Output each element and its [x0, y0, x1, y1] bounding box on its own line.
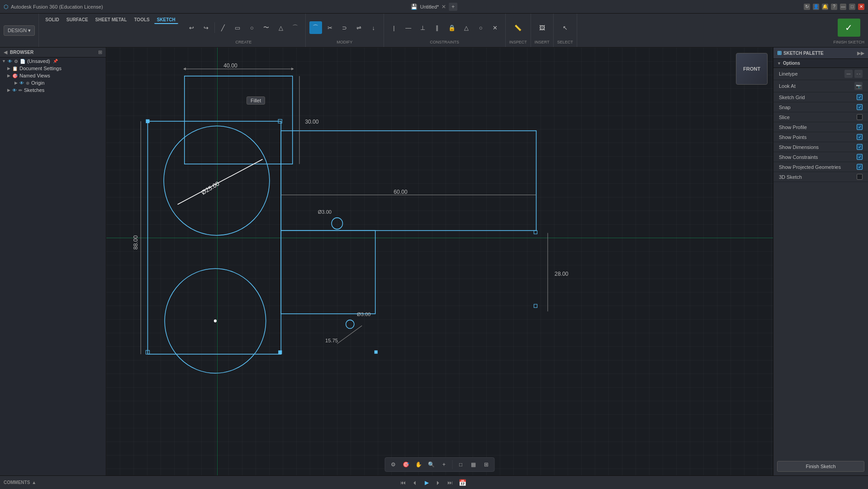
linetype-solid-btn[interactable]: — — [844, 70, 853, 78]
canvas-area[interactable]: Fillet Ø25.00 — [106, 48, 773, 475]
finish-sketch-palette-btn[interactable]: Finish Sketch — [777, 461, 864, 472]
sketch-grid-checkbox[interactable]: ✓ — [857, 94, 863, 100]
mirror-button[interactable]: ⇌ — [353, 21, 365, 34]
constraint-parallel[interactable]: ∥ — [431, 21, 444, 34]
show-proj-geom-checkbox[interactable]: ✓ — [857, 164, 863, 170]
show-profile-checkbox[interactable]: ✓ — [857, 124, 863, 130]
design-dropdown[interactable]: DESIGN ▾ — [4, 25, 35, 36]
named-views-icon: 🎯 — [12, 73, 18, 78]
inspect-measure[interactable]: 📏 — [512, 21, 524, 34]
user-button[interactable]: 👤 — [813, 4, 819, 10]
tab-surface[interactable]: SURFACE — [64, 16, 91, 23]
linetype-label: Linetype — [779, 71, 798, 77]
browser-item-named-views[interactable]: ▶ 🎯 Named Views — [0, 72, 106, 79]
arrow-right-icon4: ▶ — [7, 88, 10, 92]
tab-solid[interactable]: SOLID — [43, 16, 62, 23]
arrow-right-icon2: ▶ — [7, 73, 10, 78]
comments-expand-icon[interactable]: ▲ — [32, 480, 36, 485]
arc-button[interactable]: ⌒ — [289, 21, 302, 34]
browser-item-origin[interactable]: ▶ 👁 ⊕ Origin — [0, 79, 106, 86]
help-button[interactable]: ? — [831, 4, 837, 10]
maximize-button[interactable]: □ — [849, 4, 855, 10]
browser-item-sketches[interactable]: ▶ 👁 ✏ Sketches — [0, 86, 106, 94]
close-doc-icon[interactable]: ✕ — [441, 4, 446, 10]
tab-sketch[interactable]: SKETCH — [154, 16, 178, 24]
tab-tools[interactable]: TOOLS — [131, 16, 152, 23]
palette-options-section[interactable]: ▼ Options — [773, 59, 868, 68]
polygon-button[interactable]: △ — [275, 21, 287, 34]
canvas-overlay-btn[interactable]: ⊞ — [481, 459, 492, 470]
canvas-grid-btn[interactable]: ▦ — [468, 459, 479, 470]
3d-sketch-checkbox[interactable] — [857, 174, 863, 180]
constraint-lock[interactable]: 🔒 — [446, 21, 458, 34]
canvas-bottom-toolbar: ⚙ 🎯 ✋ 🔍 + □ ▦ ⊞ — [385, 457, 495, 472]
svg-rect-1 — [185, 76, 293, 164]
nav-next-btn[interactable]: ⏵ — [433, 478, 443, 488]
snap-label: Snap — [779, 105, 791, 110]
browser-options-icon[interactable]: ⊞ — [98, 49, 102, 55]
browser-item-root[interactable]: ▼ 👁 ⚙ 📄 (Unsaved) 📌 — [0, 58, 106, 65]
nav-first-btn[interactable]: ⏮ — [398, 478, 408, 488]
constraint-fix[interactable]: | — [388, 21, 400, 34]
line-button[interactable]: ╱ — [217, 21, 229, 34]
nav-last-btn[interactable]: ⏭ — [445, 478, 455, 488]
show-constraints-checkbox[interactable]: ✓ — [857, 154, 863, 160]
linetype-dashed-btn[interactable]: - - — [854, 70, 863, 78]
tab-sheet-metal[interactable]: SHEET METAL — [93, 16, 130, 23]
palette-collapse-icon[interactable]: ▶▶ — [857, 51, 864, 56]
rect-button[interactable]: ▭ — [231, 21, 244, 34]
close-button[interactable]: ✕ — [858, 4, 864, 10]
redo-button[interactable]: ↪ — [200, 21, 213, 34]
fillet-tooltip: Fillet — [247, 96, 265, 105]
timeline-icon: 📅 — [459, 479, 466, 486]
canvas-pan-btn[interactable]: ✋ — [413, 459, 424, 470]
constraint-horiz[interactable]: — — [402, 21, 415, 34]
lookat-btn[interactable]: 📷 — [854, 82, 863, 90]
circle-button[interactable]: ○ — [246, 21, 258, 34]
constraint-tangent[interactable]: ○ — [474, 21, 487, 34]
sketch-palette: ⊞ SKETCH PALETTE ▶▶ ▼ Options Linetype —… — [773, 48, 868, 475]
canvas-settings-btn[interactable]: ⚙ — [388, 459, 399, 470]
svg-rect-19 — [278, 350, 282, 354]
browser-collapse-icon[interactable]: ◀ — [4, 49, 7, 55]
main-toolbar: DESIGN ▾ SOLID SURFACE SHEET METAL TOOLS… — [0, 14, 868, 48]
canvas-zoom-btn[interactable]: 🔍 — [426, 459, 437, 470]
palette-title: SKETCH PALETTE — [783, 51, 824, 56]
canvas-frame-btn[interactable]: □ — [455, 459, 466, 470]
finish-sketch-toolbar-btn[interactable]: ✓ — [838, 19, 860, 37]
trim-button[interactable]: ✂ — [324, 21, 337, 34]
show-points-checkbox[interactable]: ✓ — [857, 134, 863, 140]
svg-rect-16 — [146, 120, 149, 123]
insert-image[interactable]: 🖼 — [536, 21, 548, 34]
canvas-zoom-in-btn[interactable]: + — [439, 459, 450, 470]
offset-button[interactable]: ⊃ — [338, 21, 351, 34]
show-dimensions-checkbox[interactable]: ✓ — [857, 144, 863, 150]
constraint-perp[interactable]: ⊥ — [417, 21, 429, 34]
dim-88: 88.00 — [133, 235, 139, 250]
spline-button[interactable]: 〜 — [260, 21, 273, 34]
titlebar-left: ⬡ Autodesk Fusion 360 (Education License… — [4, 4, 103, 10]
browser-item-doc-settings[interactable]: ▶ 📋 Document Settings — [0, 65, 106, 72]
sketch-canvas[interactable]: Ø25.00 40.00 30.00 60.00 88.00 28.00 — [106, 48, 773, 475]
bell-button[interactable]: 🔔 — [822, 4, 828, 10]
minimize-button[interactable]: — — [840, 4, 846, 10]
view-cube[interactable]: FRONT — [736, 53, 768, 85]
nav-play-btn[interactable]: ▶ — [422, 478, 432, 488]
refresh-button[interactable]: ↻ — [804, 4, 810, 10]
select-btn[interactable]: ↖ — [559, 21, 571, 34]
undo-button[interactable]: ↩ — [185, 21, 198, 34]
unsaved-icon: 📄 — [20, 59, 25, 64]
svg-rect-21 — [534, 304, 537, 307]
nav-prev-btn[interactable]: ⏴ — [410, 478, 420, 488]
snap-checkbox[interactable]: ✓ — [857, 104, 863, 110]
new-tab-button[interactable]: + — [449, 3, 457, 11]
project-button[interactable]: ↓ — [367, 21, 380, 34]
fillet-button[interactable]: ⌒ — [309, 21, 322, 34]
canvas-target-btn[interactable]: 🎯 — [401, 459, 412, 470]
constraint-equal[interactable]: △ — [460, 21, 473, 34]
palette-grid-icon: ⊞ — [777, 50, 782, 56]
slice-checkbox[interactable] — [857, 114, 863, 120]
comments-section: COMMENTS ▲ — [4, 480, 36, 485]
constraint-x[interactable]: ✕ — [489, 21, 502, 34]
dim-30: 30.00 — [305, 119, 319, 125]
